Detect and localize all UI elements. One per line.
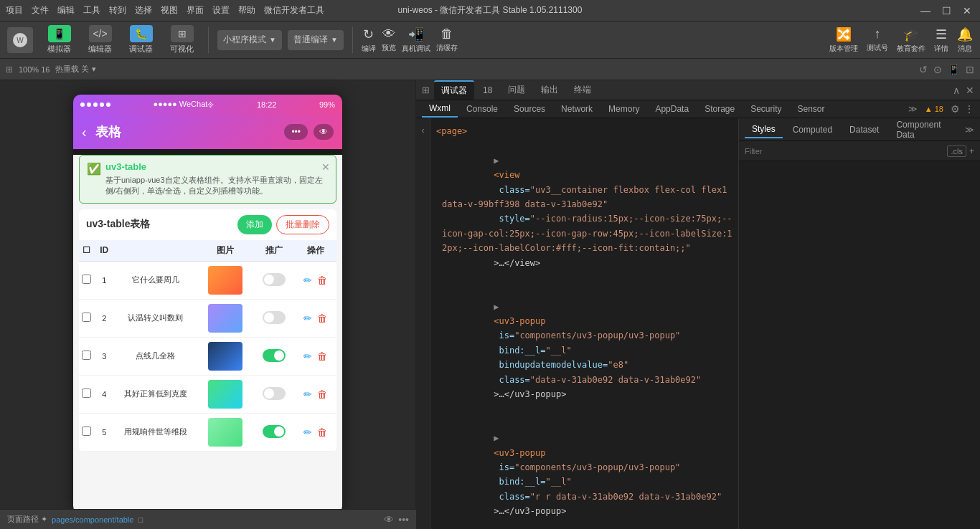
refresh-icon[interactable]: ↺ xyxy=(919,64,928,75)
toggle-off[interactable] xyxy=(263,273,286,286)
edit-icon[interactable]: ✏ xyxy=(303,389,312,400)
panel-collapse[interactable]: ‹ xyxy=(416,118,430,529)
menu-bar[interactable]: 项目 文件 编辑 工具 转到 选择 视图 界面 设置 帮助 微信开发者工具 xyxy=(6,4,324,16)
cls-button[interactable]: .cls xyxy=(947,146,966,157)
version-manage-button[interactable]: 🔀 版本管理 xyxy=(829,27,858,54)
cell-toggle[interactable] xyxy=(253,261,294,299)
compile-dropdown[interactable]: 普通编译 ▼ xyxy=(288,30,344,50)
cell-toggle[interactable] xyxy=(253,413,294,451)
window-controls[interactable]: — ☐ ✕ xyxy=(918,5,974,16)
add-button[interactable]: 添加 xyxy=(237,215,272,234)
rpanel-more-icon[interactable]: ≫ xyxy=(965,125,974,135)
styles-filter-input[interactable] xyxy=(745,147,944,156)
delete-icon[interactable]: 🗑 xyxy=(317,275,327,286)
collapse-chevron-icon[interactable]: ‹ xyxy=(422,125,425,135)
delete-icon[interactable]: 🗑 xyxy=(317,389,327,400)
rpanel-tab-dataset[interactable]: Dataset xyxy=(842,122,886,138)
tab-output[interactable]: 输出 xyxy=(534,81,565,99)
menu-item-edit[interactable]: 编辑 xyxy=(57,4,75,16)
eye-icon[interactable]: 👁 xyxy=(384,514,394,525)
nav-more-btn[interactable]: ••• xyxy=(284,124,308,140)
inner-tab-appdata[interactable]: AppData xyxy=(648,101,696,117)
xml-line-popup2[interactable]: ▶ <uv3-popup is="components/uv3-popup/uv… xyxy=(436,416,732,529)
xml-line-view[interactable]: ▶ <view class="uv3__container flexbox fl… xyxy=(436,138,732,285)
close-button[interactable]: ✕ xyxy=(960,5,974,16)
cell-checkbox[interactable] xyxy=(79,337,94,375)
inner-tab-console[interactable]: Console xyxy=(459,101,505,117)
cell-checkbox[interactable] xyxy=(79,299,94,337)
more-icon[interactable]: ••• xyxy=(398,514,409,525)
test-number-button[interactable]: ↑ 测试号 xyxy=(867,27,888,53)
batch-delete-button[interactable]: 批量删除 xyxy=(276,215,329,234)
cell-checkbox[interactable] xyxy=(79,375,94,413)
inner-tab-sensor[interactable]: Sensor xyxy=(791,101,832,117)
edit-icon[interactable]: ✏ xyxy=(303,351,312,362)
menu-item-project[interactable]: 项目 xyxy=(6,4,23,16)
delete-icon[interactable]: 🗑 xyxy=(317,313,327,324)
page-path[interactable]: pages/component/table xyxy=(52,515,133,524)
cell-checkbox[interactable] xyxy=(79,261,94,299)
clear-cache-button[interactable]: 🗑 清缓存 xyxy=(436,27,458,53)
rpanel-tab-component[interactable]: Component Data xyxy=(889,117,962,143)
edu-kit-button[interactable]: 🎓 教育套件 xyxy=(897,27,925,54)
more-tabs-icon[interactable]: ≫ xyxy=(908,104,918,114)
inner-tab-storage[interactable]: Storage xyxy=(697,101,742,117)
preview-button[interactable]: 👁 预览 xyxy=(382,27,396,53)
maximize-button[interactable]: ☐ xyxy=(939,5,954,16)
toggle-on[interactable] xyxy=(263,425,286,438)
debugger-button[interactable]: 🐛 调试器 xyxy=(123,22,159,57)
rpanel-tab-styles[interactable]: Styles xyxy=(745,121,783,138)
toggle-off[interactable] xyxy=(263,387,286,400)
menu-item-goto[interactable]: 转到 xyxy=(109,4,126,16)
toggle-off[interactable] xyxy=(263,311,286,324)
tab-terminal[interactable]: 终端 xyxy=(567,81,598,99)
menu-item-help[interactable]: 帮助 xyxy=(238,4,255,16)
mode-dropdown[interactable]: 小程序模式 ▼ xyxy=(217,30,282,50)
minimize-button[interactable]: — xyxy=(918,5,933,16)
expand-icon[interactable]: ⊡ xyxy=(966,64,974,75)
add-rule-icon[interactable]: + xyxy=(969,146,974,156)
delete-icon[interactable]: 🗑 xyxy=(317,351,327,362)
devtools-close-icon[interactable]: ✕ xyxy=(966,85,974,96)
xml-line-popup1[interactable]: ▶ <uv3-popup is="components/uv3-popup/uv… xyxy=(436,285,732,416)
editor-button[interactable]: </> 编辑器 xyxy=(83,22,118,57)
menu-item-file[interactable]: 文件 xyxy=(32,4,49,16)
real-debug-button[interactable]: 📲 真机调试 xyxy=(402,27,430,54)
notice-close-icon[interactable]: ✕ xyxy=(321,161,330,173)
simulator-button[interactable]: 📱 模拟器 xyxy=(42,22,77,57)
menu-item-view[interactable]: 视图 xyxy=(161,4,178,16)
col-checkbox[interactable]: ☐ xyxy=(79,240,94,262)
cell-checkbox[interactable] xyxy=(79,413,94,451)
inner-tab-security[interactable]: Security xyxy=(743,101,788,117)
compile-action-button[interactable]: ↻ 编译 xyxy=(362,27,376,54)
edit-icon[interactable]: ✏ xyxy=(303,313,312,324)
more-options-icon[interactable]: ⋮ xyxy=(964,103,974,115)
menu-item-interface[interactable]: 界面 xyxy=(187,4,204,16)
visualize-button[interactable]: ⊞ 可视化 xyxy=(164,22,199,57)
settings-icon[interactable]: ⚙ xyxy=(951,103,960,115)
inner-tab-memory[interactable]: Memory xyxy=(601,101,646,117)
details-button[interactable]: ☰ 详情 xyxy=(934,27,948,54)
inner-tab-sources[interactable]: Sources xyxy=(507,101,552,117)
tab-count[interactable]: 18 xyxy=(476,82,499,98)
cell-toggle[interactable] xyxy=(253,375,294,413)
hot-reload-toggle[interactable]: 热重载 关 ▾ xyxy=(55,64,95,75)
nav-eye-btn[interactable]: 👁 xyxy=(314,124,334,140)
inner-tab-network[interactable]: Network xyxy=(554,101,600,117)
messages-button[interactable]: 🔔 消息 xyxy=(957,27,973,54)
menu-item-tools[interactable]: 工具 xyxy=(83,4,100,16)
rpanel-tab-computed[interactable]: Computed xyxy=(786,122,839,138)
menu-item-select[interactable]: 选择 xyxy=(135,4,152,16)
toggle-on[interactable] xyxy=(263,349,286,362)
menu-item-settings[interactable]: 设置 xyxy=(212,4,230,16)
delete-icon[interactable]: 🗑 xyxy=(317,426,327,438)
inner-tab-wxml[interactable]: Wxml xyxy=(422,100,458,118)
menu-item-devtools[interactable]: 微信开发者工具 xyxy=(264,4,324,16)
edit-icon[interactable]: ✏ xyxy=(303,275,312,286)
devtools-up-icon[interactable]: ∧ xyxy=(953,85,960,96)
edit-icon[interactable]: ✏ xyxy=(303,426,312,438)
back-button[interactable]: ‹ xyxy=(82,124,87,140)
tab-problems[interactable]: 问题 xyxy=(501,81,532,99)
stop-icon[interactable]: ⊙ xyxy=(933,64,942,75)
tab-debugger[interactable]: 调试器 xyxy=(434,80,474,100)
